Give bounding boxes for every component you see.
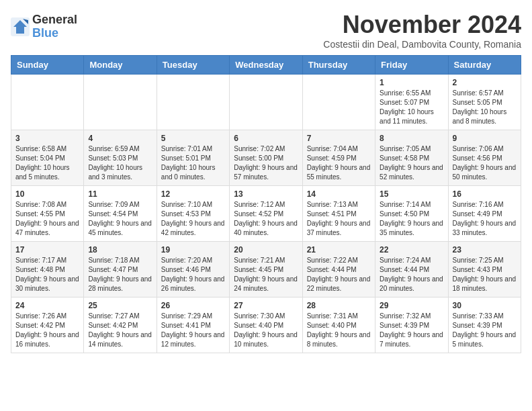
logo-general: General [32,13,77,27]
day-info: Sunrise: 7:10 AM Sunset: 4:53 PM Dayligh… [161,200,225,238]
day-info: Sunrise: 7:24 AM Sunset: 4:44 PM Dayligh… [380,256,443,293]
day-info: Sunrise: 7:09 AM Sunset: 4:54 PM Dayligh… [88,200,152,238]
day-number: 10 [15,189,79,199]
day-cell: 18Sunrise: 7:18 AM Sunset: 4:47 PM Dayli… [84,242,157,298]
day-cell: 3Sunrise: 6:58 AM Sunset: 5:04 PM Daylig… [11,130,84,186]
column-header-wednesday: Wednesday [230,56,302,75]
day-info: Sunrise: 7:14 AM Sunset: 4:50 PM Dayligh… [380,200,443,238]
day-number: 28 [307,301,371,310]
day-info: Sunrise: 6:59 AM Sunset: 5:03 PM Dayligh… [88,144,152,182]
day-cell: 7Sunrise: 7:04 AM Sunset: 4:59 PM Daylig… [302,130,375,186]
day-number: 26 [161,301,225,310]
day-number: 19 [161,245,225,255]
day-cell: 10Sunrise: 7:08 AM Sunset: 4:55 PM Dayli… [11,186,84,242]
day-cell: 30Sunrise: 7:33 AM Sunset: 4:39 PM Dayli… [448,298,521,353]
day-cell: 5Sunrise: 7:01 AM Sunset: 5:01 PM Daylig… [157,130,229,186]
week-row-1: 1Sunrise: 6:55 AM Sunset: 5:07 PM Daylig… [11,75,521,130]
column-header-saturday: Saturday [448,56,521,75]
day-cell: 29Sunrise: 7:32 AM Sunset: 4:39 PM Dayli… [375,298,448,353]
day-number: 20 [234,245,298,255]
day-info: Sunrise: 7:16 AM Sunset: 4:49 PM Dayligh… [453,200,517,238]
day-number: 22 [380,245,443,255]
calendar-table: SundayMondayTuesdayWednesdayThursdayFrid… [11,55,521,353]
day-number: 8 [380,134,443,143]
day-cell: 26Sunrise: 7:29 AM Sunset: 4:41 PM Dayli… [157,298,229,353]
day-info: Sunrise: 7:22 AM Sunset: 4:44 PM Dayligh… [307,256,371,293]
day-cell: 21Sunrise: 7:22 AM Sunset: 4:44 PM Dayli… [302,242,375,298]
day-info: Sunrise: 7:17 AM Sunset: 4:48 PM Dayligh… [15,256,79,293]
logo-icon [11,17,30,36]
day-info: Sunrise: 7:33 AM Sunset: 4:39 PM Dayligh… [453,312,517,349]
day-number: 18 [88,245,152,255]
title-block: November 2024 Costestii din Deal, Dambov… [323,11,521,50]
day-number: 17 [15,245,79,255]
day-info: Sunrise: 7:21 AM Sunset: 4:45 PM Dayligh… [234,256,298,293]
calendar-header-row: SundayMondayTuesdayWednesdayThursdayFrid… [11,56,521,75]
day-info: Sunrise: 7:13 AM Sunset: 4:51 PM Dayligh… [307,200,371,238]
day-number: 14 [307,189,371,199]
day-number: 9 [453,134,517,143]
day-cell: 13Sunrise: 7:12 AM Sunset: 4:52 PM Dayli… [230,186,302,242]
day-number: 2 [453,78,517,87]
day-number: 21 [307,245,371,255]
day-cell: 12Sunrise: 7:10 AM Sunset: 4:53 PM Dayli… [157,186,229,242]
day-info: Sunrise: 7:32 AM Sunset: 4:39 PM Dayligh… [380,312,443,349]
week-row-4: 17Sunrise: 7:17 AM Sunset: 4:48 PM Dayli… [11,242,521,298]
column-header-friday: Friday [375,56,448,75]
day-number: 11 [88,189,152,199]
day-number: 27 [234,301,298,310]
day-cell: 9Sunrise: 7:06 AM Sunset: 4:56 PM Daylig… [448,130,521,186]
day-cell: 20Sunrise: 7:21 AM Sunset: 4:45 PM Dayli… [230,242,302,298]
day-info: Sunrise: 7:01 AM Sunset: 5:01 PM Dayligh… [161,144,225,182]
day-cell: 16Sunrise: 7:16 AM Sunset: 4:49 PM Dayli… [448,186,521,242]
day-cell: 24Sunrise: 7:26 AM Sunset: 4:42 PM Dayli… [11,298,84,353]
logo-text: General Blue [32,13,77,40]
day-cell: 14Sunrise: 7:13 AM Sunset: 4:51 PM Dayli… [302,186,375,242]
subtitle: Costestii din Deal, Dambovita County, Ro… [323,39,521,50]
day-info: Sunrise: 6:57 AM Sunset: 5:05 PM Dayligh… [453,89,517,126]
column-header-sunday: Sunday [11,56,84,75]
day-number: 15 [380,189,443,199]
column-header-monday: Monday [84,56,157,75]
day-info: Sunrise: 7:30 AM Sunset: 4:40 PM Dayligh… [234,312,298,349]
page-header: General Blue November 2024 Costestii din… [11,11,521,50]
day-cell: 23Sunrise: 7:25 AM Sunset: 4:43 PM Dayli… [448,242,521,298]
logo: General Blue [11,13,77,40]
day-number: 5 [161,134,225,143]
column-header-tuesday: Tuesday [157,56,229,75]
day-cell: 19Sunrise: 7:20 AM Sunset: 4:46 PM Dayli… [157,242,229,298]
day-info: Sunrise: 7:06 AM Sunset: 4:56 PM Dayligh… [453,144,517,182]
day-number: 13 [234,189,298,199]
day-number: 25 [88,301,152,310]
day-number: 6 [234,134,298,143]
day-number: 29 [380,301,443,310]
day-info: Sunrise: 7:27 AM Sunset: 4:42 PM Dayligh… [88,312,152,349]
day-number: 23 [453,245,517,255]
day-cell [230,75,302,130]
week-row-3: 10Sunrise: 7:08 AM Sunset: 4:55 PM Dayli… [11,186,521,242]
day-number: 1 [380,78,443,87]
day-cell: 15Sunrise: 7:14 AM Sunset: 4:50 PM Dayli… [375,186,448,242]
day-cell: 27Sunrise: 7:30 AM Sunset: 4:40 PM Dayli… [230,298,302,353]
day-info: Sunrise: 7:04 AM Sunset: 4:59 PM Dayligh… [307,144,371,182]
day-info: Sunrise: 7:05 AM Sunset: 4:58 PM Dayligh… [380,144,443,182]
day-cell: 11Sunrise: 7:09 AM Sunset: 4:54 PM Dayli… [84,186,157,242]
day-number: 4 [88,134,152,143]
day-number: 12 [161,189,225,199]
day-cell: 17Sunrise: 7:17 AM Sunset: 4:48 PM Dayli… [11,242,84,298]
month-title: November 2024 [323,11,521,39]
day-cell: 1Sunrise: 6:55 AM Sunset: 5:07 PM Daylig… [375,75,448,130]
day-cell: 22Sunrise: 7:24 AM Sunset: 4:44 PM Dayli… [375,242,448,298]
logo-blue: Blue [32,27,77,40]
day-info: Sunrise: 7:18 AM Sunset: 4:47 PM Dayligh… [88,256,152,293]
day-cell [11,75,84,130]
day-cell: 8Sunrise: 7:05 AM Sunset: 4:58 PM Daylig… [375,130,448,186]
day-cell [302,75,375,130]
day-info: Sunrise: 6:58 AM Sunset: 5:04 PM Dayligh… [15,144,79,182]
day-info: Sunrise: 7:02 AM Sunset: 5:00 PM Dayligh… [234,144,298,182]
day-number: 16 [453,189,517,199]
week-row-2: 3Sunrise: 6:58 AM Sunset: 5:04 PM Daylig… [11,130,521,186]
day-info: Sunrise: 7:25 AM Sunset: 4:43 PM Dayligh… [453,256,517,293]
day-info: Sunrise: 7:26 AM Sunset: 4:42 PM Dayligh… [15,312,79,349]
day-info: Sunrise: 7:08 AM Sunset: 4:55 PM Dayligh… [15,200,79,238]
